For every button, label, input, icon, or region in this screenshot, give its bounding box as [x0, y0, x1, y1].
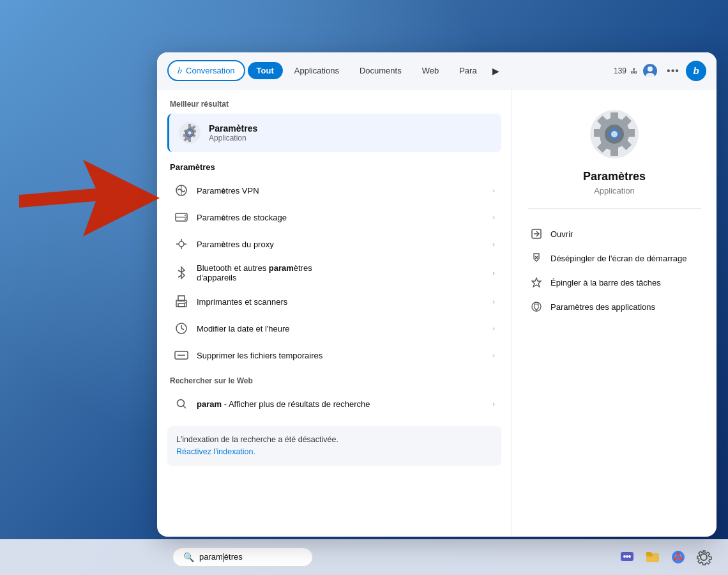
web-section-title: Rechercher sur le Web: [167, 376, 501, 385]
left-panel: Meilleur résultat Paramètres Application…: [157, 89, 512, 537]
svg-point-11: [185, 215, 186, 216]
avatar-button[interactable]: [640, 61, 660, 81]
tab-count: 139: [614, 66, 626, 75]
web-search-item[interactable]: param - Afficher plus de résultats de re…: [167, 390, 501, 417]
action-pin-taskbar[interactable]: Épingler à la barre des tâches: [527, 270, 701, 295]
web-item-left: param - Afficher plus de résultats de re…: [174, 396, 370, 411]
param-cleanup-label: Supprimer les fichiers temporaires: [197, 351, 322, 360]
svg-point-23: [185, 302, 186, 303]
taskbar-search-box[interactable]: 🔍 paramètres: [172, 548, 313, 567]
tab-para-label: Para: [459, 66, 476, 75]
more-icon: •••: [667, 65, 679, 77]
tab-para-more[interactable]: ▶: [489, 66, 503, 76]
network-icon: 🖧: [630, 67, 637, 75]
tab-documents[interactable]: Documents: [351, 62, 411, 79]
search-popup: 𝑏 Conversation Tout Applications Documen…: [157, 52, 717, 537]
chevron-right-proxy: ›: [492, 240, 495, 248]
best-result-text: Paramètres Application: [209, 123, 257, 142]
bing-circle-icon: b: [686, 61, 706, 81]
chevron-right-bluetooth: ›: [492, 269, 495, 277]
action-open[interactable]: Ouvrir: [527, 222, 701, 246]
app-settings-icon: [530, 300, 543, 313]
bing-button[interactable]: b: [686, 61, 706, 81]
svg-point-6: [188, 132, 192, 135]
tab-web-label: Web: [422, 66, 439, 75]
search-web-icon: [174, 396, 189, 411]
param-item-storage-left: Paramètres de stockage: [174, 210, 287, 225]
taskbar-search-text: paramètres: [199, 552, 243, 562]
taskbar-search-icon: 🔍: [183, 552, 194, 562]
tab-documents-label: Documents: [360, 66, 402, 75]
taskbar: 🔍 paramètres: [0, 539, 728, 575]
action-app-settings[interactable]: Paramètres des applications: [527, 295, 701, 319]
param-item-storage[interactable]: Paramètres de stockage ›: [167, 204, 501, 231]
indexing-notice: L'indexation de la recherche a été désac…: [167, 426, 501, 466]
storage-icon: [174, 210, 189, 225]
tab-web[interactable]: Web: [413, 62, 448, 79]
tab-tout-label: Tout: [257, 66, 274, 75]
taskbar-explorer-icon[interactable]: [641, 546, 664, 569]
best-result-name: Paramètres: [209, 123, 257, 134]
param-item-vpn-left: Paramètres VPN: [174, 183, 259, 198]
svg-rect-46: [646, 552, 651, 555]
tab-applications-label: Applications: [294, 66, 339, 75]
open-icon: [530, 227, 543, 240]
param-printer-label: Imprimantes et scanners: [197, 297, 287, 307]
chevron-right-vpn: ›: [492, 187, 495, 194]
chevron-right-printer: ›: [492, 298, 495, 305]
proxy-icon: [174, 236, 189, 252]
clock-icon: [174, 321, 189, 336]
taskbar-chrome-icon[interactable]: [667, 546, 690, 569]
svg-line-30: [183, 406, 186, 408]
param-bluetooth-label: Bluetooth et autres paramètresd'appareil…: [197, 263, 312, 282]
param-item-proxy[interactable]: Paramètres du proxy ›: [167, 231, 501, 257]
action-unpin-start[interactable]: Désépingler de l'écran de démarrage: [527, 246, 701, 270]
svg-point-2: [648, 66, 653, 72]
tab-para[interactable]: Para: [450, 62, 485, 79]
tab-conversation-label: Conversation: [186, 66, 235, 75]
svg-point-13: [179, 241, 184, 247]
indexing-notice-text: L'indexation de la recherche a été désac…: [176, 435, 338, 444]
chevron-right-web: ›: [492, 400, 495, 408]
param-item-datetime[interactable]: Modifier la date et l'heure ›: [167, 315, 501, 342]
best-result-item[interactable]: Paramètres Application: [167, 114, 501, 152]
pin-taskbar-icon: [530, 276, 543, 289]
param-item-bluetooth-left: Bluetooth et autres paramètresd'appareil…: [174, 263, 312, 282]
vpn-icon: [174, 183, 189, 198]
web-item-text: param - Afficher plus de résultats de re…: [197, 399, 370, 409]
best-result-section-title: Meilleur résultat: [167, 100, 501, 109]
action-open-label: Ouvrir: [550, 229, 573, 239]
tab-tout[interactable]: Tout: [248, 62, 283, 79]
more-options-button[interactable]: •••: [663, 61, 683, 81]
indexing-link[interactable]: Réactivez l'indexation.: [176, 447, 255, 456]
svg-point-29: [178, 400, 185, 407]
printer-icon: [174, 294, 189, 309]
svg-point-41: [623, 555, 626, 558]
taskbar-system-icons: [616, 546, 715, 569]
tab-applications[interactable]: Applications: [285, 62, 348, 79]
svg-point-49: [676, 555, 680, 559]
action-list: Ouvrir Désépingler de l'écran de démarra…: [527, 222, 701, 319]
param-item-cleanup[interactable]: Supprimer les fichiers temporaires ›: [167, 342, 501, 369]
param-item-vpn[interactable]: Paramètres VPN ›: [167, 177, 501, 204]
taskbar-settings-icon[interactable]: [692, 546, 715, 569]
param-item-printer[interactable]: Imprimantes et scanners ›: [167, 288, 501, 315]
action-unpin-start-label: Désépingler de l'écran de démarrage: [550, 254, 687, 263]
param-datetime-label: Modifier la date et l'heure: [197, 324, 290, 334]
tab-conversation[interactable]: 𝑏 Conversation: [167, 60, 245, 81]
taskbar-chat-icon[interactable]: [616, 546, 639, 569]
svg-point-34: [611, 131, 618, 137]
params-section-title: Paramètres: [167, 162, 501, 172]
svg-point-12: [185, 218, 186, 220]
avatar-icon: [642, 63, 658, 79]
web-search-title: param - Afficher plus de résultats de re…: [197, 399, 370, 409]
param-item-bluetooth[interactable]: Bluetooth et autres paramètresd'appareil…: [167, 257, 501, 288]
svg-line-26: [181, 328, 184, 330]
app-preview-name: Paramètres: [583, 170, 646, 183]
action-pin-taskbar-label: Épingler à la barre des tâches: [550, 278, 661, 288]
param-item-printer-left: Imprimantes et scanners: [174, 294, 287, 309]
param-item-proxy-left: Paramètres du proxy: [174, 236, 274, 252]
param-storage-label: Paramètres de stockage: [197, 213, 287, 222]
unpin-start-icon: [530, 252, 543, 264]
web-section: Rechercher sur le Web param - Afficher p…: [167, 376, 501, 417]
